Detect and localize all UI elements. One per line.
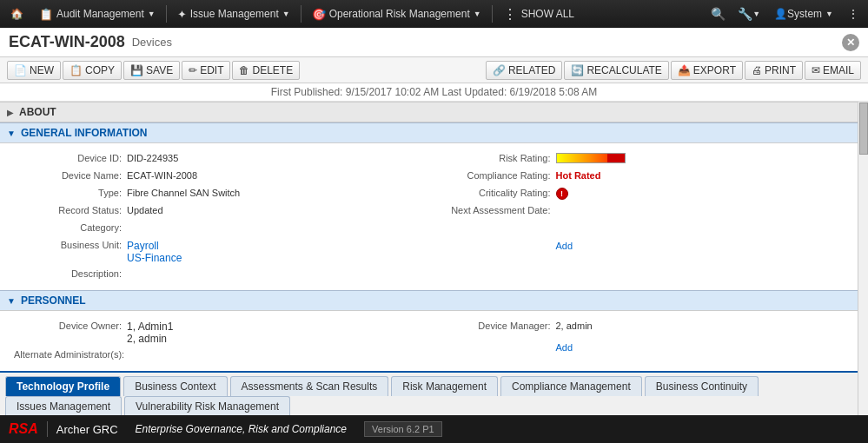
risk-icon: 🎯 bbox=[312, 8, 326, 21]
nav-audit-management[interactable]: 📋 Audit Management ▼ bbox=[32, 4, 162, 24]
tabs-bar: Technology Profile Business Context Asse… bbox=[0, 371, 868, 396]
nav-operational-risk[interactable]: 🎯 Operational Risk Management ▼ bbox=[305, 4, 488, 24]
rsa-text: RSA bbox=[9, 421, 38, 437]
about-section-header[interactable]: ▶ ABOUT bbox=[0, 102, 868, 122]
toolbar: 📄 NEW 📋 COPY 💾 SAVE ✏ EDIT 🗑 DELETE 🔗 RE… bbox=[0, 57, 868, 83]
device-owner-value-2: 2, admin bbox=[127, 333, 173, 345]
personnel-add-spacer bbox=[443, 342, 556, 343]
edit-button[interactable]: ✏ EDIT bbox=[182, 61, 230, 80]
category-row: Category: bbox=[14, 220, 426, 237]
dots-icon: ⋮ bbox=[503, 6, 518, 23]
category-label: Category: bbox=[14, 222, 127, 233]
close-button[interactable]: ✕ bbox=[842, 34, 859, 51]
caret-icon-3: ▼ bbox=[474, 10, 481, 18]
main-content[interactable]: ▶ ABOUT ▼ GENERAL INFORMATION Device ID:… bbox=[0, 102, 868, 442]
page-subtitle: Devices bbox=[132, 36, 172, 49]
general-right-column: Risk Rating: Compliance Rating: Hot Rate… bbox=[443, 150, 855, 283]
general-section-header[interactable]: ▼ GENERAL INFORMATION bbox=[0, 122, 868, 143]
user-caret: ▼ bbox=[825, 10, 833, 18]
add-link[interactable]: Add bbox=[556, 241, 573, 251]
toolbar-right: 🔗 RELATED 🔄 RECALCULATE 📤 EXPORT 🖨 PRINT… bbox=[486, 61, 861, 80]
risk-rating-label: Risk Rating: bbox=[443, 152, 556, 163]
tab-vulnerability-risk-management[interactable]: Vulnerability Risk Management bbox=[124, 396, 290, 416]
save-button[interactable]: 💾 SAVE bbox=[123, 61, 180, 80]
payroll-link[interactable]: Payroll bbox=[127, 240, 159, 252]
published-bar: First Published: 9/15/2017 10:02 AM Last… bbox=[0, 83, 868, 102]
tab-compliance-management[interactable]: Compliance Management bbox=[500, 376, 642, 396]
tab-technology-profile[interactable]: Technology Profile bbox=[5, 376, 121, 396]
caret-icon: ▼ bbox=[148, 10, 156, 18]
edit-icon: ✏ bbox=[189, 64, 197, 76]
general-left-column: Device ID: DID-224935 Device Name: ECAT-… bbox=[14, 150, 426, 283]
copy-button[interactable]: 📋 COPY bbox=[63, 61, 122, 80]
recalculate-button[interactable]: 🔄 RECALCULATE bbox=[564, 61, 668, 80]
device-name-row: Device Name: ECAT-WIN-2008 bbox=[14, 168, 426, 185]
caret-icon-2: ▼ bbox=[282, 10, 290, 18]
description-row: Description: bbox=[14, 266, 426, 283]
search-button[interactable]: 🔍 bbox=[706, 3, 731, 24]
record-status-label: Record Status: bbox=[14, 204, 127, 215]
device-id-value: DID-224935 bbox=[127, 152, 178, 163]
alt-admin-row: Alternate Administrator(s): bbox=[14, 347, 426, 364]
print-icon: 🖨 bbox=[752, 64, 762, 76]
business-unit-row: Business Unit: Payroll US-Finance bbox=[14, 237, 426, 266]
more-button[interactable]: ⋮ bbox=[842, 3, 865, 24]
related-button[interactable]: 🔗 RELATED bbox=[486, 61, 562, 80]
device-manager-value: 2, admin bbox=[556, 320, 593, 331]
us-finance-link[interactable]: US-Finance bbox=[127, 252, 182, 264]
device-owner-value-1: 1, Admin1 bbox=[127, 321, 173, 333]
user-menu[interactable]: 👤 System ▼ bbox=[767, 4, 840, 23]
new-button[interactable]: 📄 NEW bbox=[7, 61, 61, 80]
type-value: Fibre Channel SAN Switch bbox=[127, 187, 240, 198]
next-assessment-label: Next Assessment Date: bbox=[443, 204, 556, 215]
nav-divider-2 bbox=[301, 5, 301, 23]
new-icon: 📄 bbox=[14, 64, 27, 76]
tab-risk-management[interactable]: Risk Management bbox=[391, 376, 498, 396]
nav-divider-3 bbox=[492, 5, 493, 23]
delete-button[interactable]: 🗑 DELETE bbox=[232, 61, 300, 80]
device-manager-row: Device Manager: 2, admin bbox=[443, 318, 855, 335]
business-unit-value: Payroll US-Finance bbox=[127, 239, 182, 264]
general-caret-icon: ▼ bbox=[7, 129, 16, 138]
general-section-content: Device ID: DID-224935 Device Name: ECAT-… bbox=[0, 143, 868, 290]
tab-assessments[interactable]: Assessments & Scan Results bbox=[230, 376, 389, 396]
export-button[interactable]: 📤 EXPORT bbox=[671, 61, 743, 80]
nav-issue-management[interactable]: ✦ Issue Management ▼ bbox=[170, 4, 297, 24]
nav-home[interactable]: 🏠 bbox=[3, 4, 30, 23]
save-icon: 💾 bbox=[130, 64, 143, 76]
risk-rating-value bbox=[556, 152, 626, 163]
personnel-section-content: Device Owner: 1, Admin1 2, admin Alterna… bbox=[0, 311, 868, 371]
next-assessment-row: Next Assessment Date: bbox=[443, 202, 855, 220]
device-name-value: ECAT-WIN-2008 bbox=[127, 169, 197, 181]
personnel-add-link[interactable]: Add bbox=[556, 342, 573, 353]
tab-business-context[interactable]: Business Context bbox=[123, 376, 227, 396]
record-status-row: Record Status: Updated bbox=[14, 202, 426, 220]
personnel-section-header[interactable]: ▼ PERSONNEL bbox=[0, 290, 868, 311]
archer-text: Archer GRC bbox=[56, 423, 118, 436]
scrollbar-thumb[interactable] bbox=[859, 102, 868, 155]
risk-indicator bbox=[607, 154, 625, 162]
tab-business-continuity[interactable]: Business Continuity bbox=[645, 376, 759, 396]
nav-right-group: 🔍 🔧 ▼ 👤 System ▼ ⋮ bbox=[706, 3, 865, 24]
footer-tagline: Enterprise Governance, Risk and Complian… bbox=[136, 423, 347, 435]
risk-rating-row: Risk Rating: bbox=[443, 150, 855, 168]
personnel-left-column: Device Owner: 1, Admin1 2, admin Alterna… bbox=[14, 318, 426, 364]
criticality-rating-value: ! bbox=[556, 187, 568, 200]
compliance-rating-value: Hot Rated bbox=[556, 169, 601, 181]
scrollbar[interactable] bbox=[858, 102, 868, 442]
about-caret-icon: ▶ bbox=[7, 108, 14, 117]
risk-bar bbox=[556, 153, 626, 163]
delete-icon: 🗑 bbox=[239, 64, 249, 76]
published-text: First Published: 9/15/2017 10:02 AM Last… bbox=[271, 86, 598, 98]
device-name-label: Device Name: bbox=[14, 169, 127, 181]
rsa-separator bbox=[47, 421, 48, 437]
criticality-rating-row: Criticality Rating: ! bbox=[443, 185, 855, 202]
add-row: Add bbox=[443, 239, 855, 256]
tab-issues-management[interactable]: Issues Management bbox=[5, 396, 122, 416]
show-all-button[interactable]: ⋮ SHOW ALL bbox=[496, 3, 581, 26]
print-button[interactable]: 🖨 PRINT bbox=[745, 61, 803, 80]
email-button[interactable]: ✉ EMAIL bbox=[805, 61, 861, 80]
risk-bar-background bbox=[556, 153, 626, 163]
record-status-value: Updated bbox=[127, 204, 163, 215]
settings-button[interactable]: 🔧 ▼ bbox=[732, 3, 765, 24]
